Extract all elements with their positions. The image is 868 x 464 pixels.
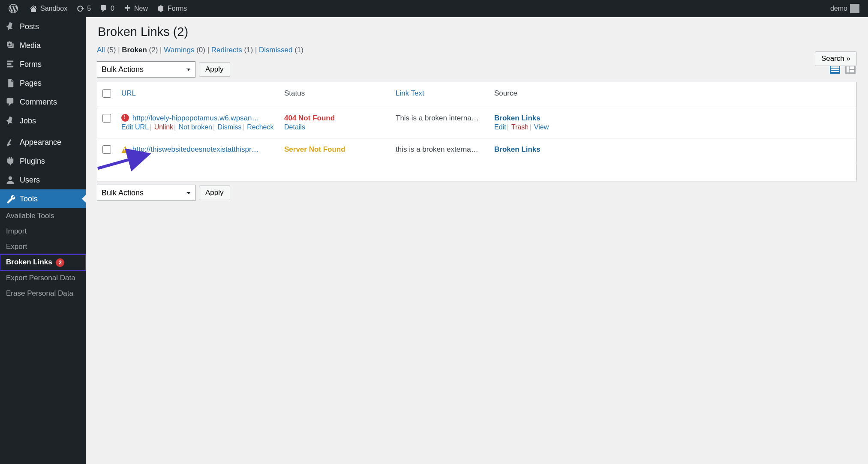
links-table: URL Status Link Text Source http://lovel… xyxy=(97,82,857,181)
select-all-checkbox[interactable] xyxy=(102,89,111,98)
plugin-icon xyxy=(5,156,15,166)
jobs-icon xyxy=(5,116,15,126)
comments-count: 0 xyxy=(111,5,114,12)
action-details[interactable]: Details xyxy=(284,123,305,131)
column-source: Source xyxy=(494,89,517,97)
bulk-apply-bottom[interactable]: Apply xyxy=(199,186,230,200)
wp-logo-menu[interactable] xyxy=(4,0,25,17)
row-source-link[interactable]: Broken Links xyxy=(494,114,541,122)
column-url[interactable]: URL xyxy=(121,89,136,97)
pushpin-icon xyxy=(5,21,15,32)
avatar xyxy=(850,4,859,13)
bulk-actions-select-bottom[interactable]: Bulk Actions xyxy=(97,185,195,201)
tablenav-bottom: Bulk Actions Apply xyxy=(97,185,857,201)
row-linktext: this is a broken externa… xyxy=(396,145,478,153)
sidebar-item-tools[interactable]: Tools xyxy=(0,189,86,208)
filter-all[interactable]: All xyxy=(97,46,105,54)
action-trash[interactable]: Trash xyxy=(511,123,529,131)
action-view[interactable]: View xyxy=(534,123,549,131)
filter-links: All (5) | Broken (2) | Warnings (0) | Re… xyxy=(97,46,857,54)
sidebar-item-label: Forms xyxy=(20,60,42,69)
compact-view-icon xyxy=(845,65,856,74)
filter-dismissed[interactable]: Dismissed xyxy=(259,46,292,54)
row-linktext: This is a broken interna… xyxy=(396,114,479,122)
row-status: Server Not Found xyxy=(284,145,345,153)
sidebar-item-jobs[interactable]: Jobs xyxy=(0,111,86,130)
sidebar-item-forms[interactable]: Forms xyxy=(0,55,86,74)
media-icon xyxy=(5,40,15,51)
sidebar-item-label: Pages xyxy=(20,79,42,88)
bulk-actions-select-top[interactable]: Bulk Actions xyxy=(97,61,195,78)
sidebar-item-label: Comments xyxy=(20,98,57,107)
action-edit[interactable]: Edit xyxy=(494,123,506,131)
filter-broken-count: (2) xyxy=(149,46,158,54)
filter-redirects[interactable]: Redirects xyxy=(211,46,242,54)
svg-rect-1 xyxy=(831,66,839,68)
page-icon xyxy=(5,78,15,88)
tablenav-top: Bulk Actions Apply xyxy=(97,61,857,78)
sidebar-item-appearance[interactable]: Appearance xyxy=(0,133,86,152)
bulk-apply-top[interactable]: Apply xyxy=(199,62,230,77)
new-content-menu[interactable]: New xyxy=(119,0,152,17)
filter-warnings[interactable]: Warnings xyxy=(164,46,194,54)
column-status: Status xyxy=(284,89,305,97)
svg-rect-5 xyxy=(847,66,849,72)
sidebar-item-label: Plugins xyxy=(20,157,45,166)
filter-broken[interactable]: Broken xyxy=(122,46,147,54)
sidebar-item-label: Users xyxy=(20,176,40,185)
table-row: http://thiswebsitedoesnotexistatthispr… … xyxy=(97,138,857,163)
admin-toolbar: Sandbox 5 0 New Forms demo xyxy=(0,0,868,17)
svg-rect-6 xyxy=(850,66,854,69)
sidebar-item-label: Media xyxy=(20,41,41,50)
submenu-available-tools[interactable]: Available Tools xyxy=(0,208,86,214)
action-dismiss[interactable]: Dismiss xyxy=(218,123,242,131)
updates-menu[interactable]: 5 xyxy=(72,0,95,17)
sidebar-item-media[interactable]: Media xyxy=(0,36,86,55)
row-url-link[interactable]: http://thiswebsitedoesnotexistatthispr… xyxy=(132,145,259,153)
sidebar-item-users[interactable]: Users xyxy=(0,171,86,189)
sidebar-item-plugins[interactable]: Plugins xyxy=(0,152,86,171)
row-status: 404 Not Found xyxy=(284,114,335,122)
users-icon xyxy=(5,175,15,185)
action-not-broken[interactable]: Not broken xyxy=(179,123,212,131)
row-source-link[interactable]: Broken Links xyxy=(494,145,541,153)
sidebar-item-comments[interactable]: Comments xyxy=(0,93,86,111)
row-actions: Edit URL| Unlink| Not broken| Dismiss| R… xyxy=(121,123,274,131)
forms-menu[interactable]: Forms xyxy=(152,0,191,17)
site-name-menu[interactable]: Sandbox xyxy=(25,0,72,17)
search-button[interactable]: Search » xyxy=(815,51,857,66)
action-edit-url[interactable]: Edit URL xyxy=(121,123,149,131)
filter-dismissed-count: (1) xyxy=(294,46,303,54)
action-unlink[interactable]: Unlink xyxy=(154,123,173,131)
sidebar-item-posts[interactable]: Posts xyxy=(0,17,86,36)
appearance-icon xyxy=(5,137,15,147)
new-label: New xyxy=(134,5,148,12)
update-icon xyxy=(76,4,84,13)
warning-icon xyxy=(121,146,129,153)
forms-sidebar-icon xyxy=(5,59,15,69)
comment-icon xyxy=(99,4,108,13)
forms-label: Forms xyxy=(168,5,187,12)
my-account-menu[interactable]: demo xyxy=(826,0,864,17)
forms-icon xyxy=(156,4,165,13)
svg-rect-2 xyxy=(831,69,839,70)
row-checkbox[interactable] xyxy=(102,114,111,123)
sidebar-item-label: Tools xyxy=(20,195,38,204)
filter-all-count: (5) xyxy=(107,46,116,54)
filter-redirects-count: (1) xyxy=(244,46,253,54)
sidebar-item-label: Jobs xyxy=(20,117,36,126)
action-recheck[interactable]: Recheck xyxy=(247,123,273,131)
comments-menu[interactable]: 0 xyxy=(95,0,119,17)
sidebar-item-pages[interactable]: Pages xyxy=(0,74,86,93)
filter-warnings-count: (0) xyxy=(196,46,205,54)
row-url-link[interactable]: http://lovely-hippopotamus.w6.wpsan… xyxy=(132,114,259,122)
column-linktext[interactable]: Link Text xyxy=(396,89,424,97)
main-content: Broken Links (2) Search » All (5) | Brok… xyxy=(86,0,868,214)
user-label: demo xyxy=(830,5,847,12)
row-checkbox[interactable] xyxy=(102,145,111,154)
error-icon xyxy=(121,114,129,122)
table-row: http://lovely-hippopotamus.w6.wpsan… Edi… xyxy=(97,107,857,138)
sidebar-item-label: Appearance xyxy=(20,138,61,147)
tools-icon xyxy=(5,194,15,204)
list-view-icon xyxy=(830,65,840,74)
